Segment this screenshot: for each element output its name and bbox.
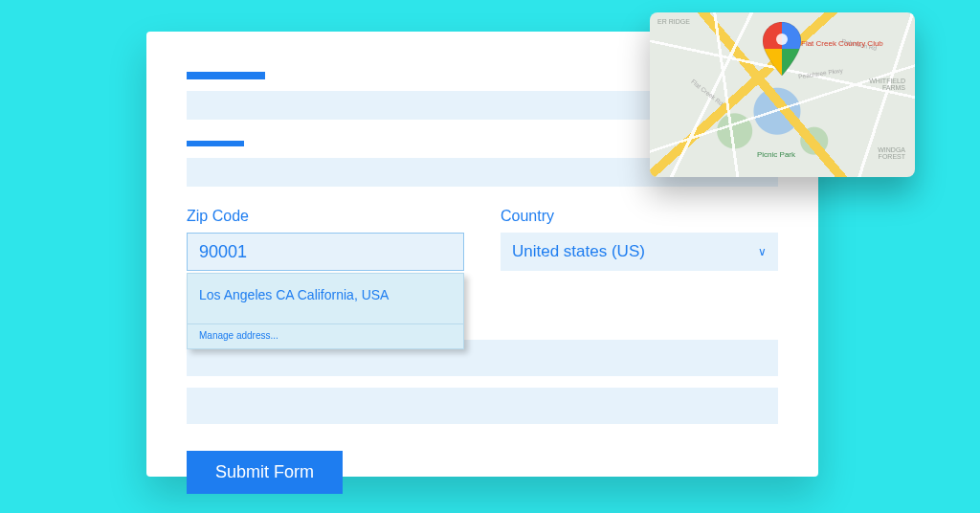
zip-input[interactable] [187, 233, 464, 271]
country-label: Country [501, 208, 778, 225]
autocomplete-dropdown: Los Angeles CA California, USA Manage ad… [187, 273, 464, 349]
svg-point-4 [776, 33, 788, 45]
google-maps-pin-icon [763, 22, 801, 76]
zip-column: Zip Code Los Angeles CA California, USA … [187, 208, 464, 271]
map-area-label: ER RIDGE [657, 18, 690, 25]
label-underline-1 [187, 72, 265, 79]
autocomplete-suggestion[interactable]: Los Angeles CA California, USA [199, 283, 452, 320]
zip-country-row: Zip Code Los Angeles CA California, USA … [187, 208, 778, 271]
chevron-down-icon: ∨ [758, 245, 767, 258]
map-widget[interactable]: ER RIDGE WHITFIELD FARMS WINDGA FOREST F… [650, 12, 915, 177]
map-area-label: WINDGA FOREST [878, 146, 905, 160]
zip-label: Zip Code [187, 208, 464, 225]
map-poi-park[interactable]: Picnic Park [757, 150, 795, 159]
manage-address-link[interactable]: Manage address... [199, 330, 452, 341]
input-placeholder-4[interactable] [187, 388, 778, 424]
country-value: United states (US) [512, 242, 645, 261]
map-poi-country-club[interactable]: Flat Creek Country Club [801, 39, 883, 48]
submit-button[interactable]: Submit Form [187, 451, 343, 494]
autocomplete-divider [188, 323, 463, 324]
label-underline-2 [187, 141, 244, 146]
map-area-label: WHITFIELD FARMS [869, 78, 905, 91]
country-select[interactable]: United states (US) ∨ [501, 233, 778, 271]
country-column: Country United states (US) ∨ [501, 208, 778, 271]
